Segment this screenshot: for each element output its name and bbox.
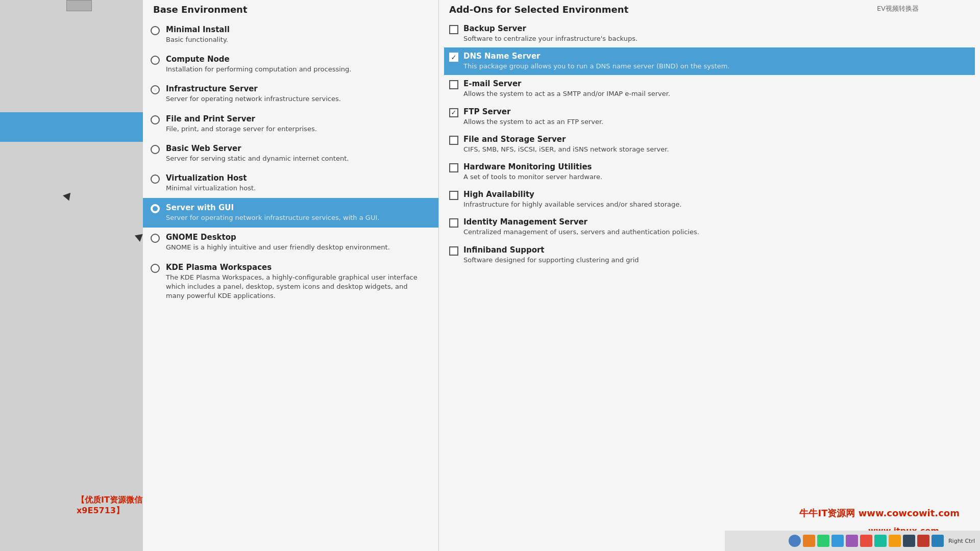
item-title-basic-web: Basic Web Server	[166, 144, 428, 153]
item-title-file-print: File and Print Server	[166, 114, 428, 123]
item-text-virtualization: Virtualization Host Minimal virtualizati…	[166, 173, 428, 193]
taskbar-icon-8[interactable]	[889, 535, 901, 547]
addon-text-identity: Identity Management Server Centralized m…	[463, 217, 970, 237]
radio-compute	[151, 56, 160, 65]
addon-title-file-storage: File and Storage Server	[463, 135, 970, 144]
radio-gnome	[151, 234, 160, 243]
addon-text-email: E-mail Server Allows the system to act a…	[463, 79, 970, 98]
radio-server-gui	[151, 204, 160, 213]
addon-desc-identity: Centralized management of users, servers…	[463, 228, 970, 237]
checkbox-infiniband[interactable]	[449, 246, 458, 256]
radio-file-print	[151, 115, 160, 124]
main-layout: 【优质IT资源微信x9E5713】 Base Environment Minim…	[0, 0, 980, 551]
item-text-compute: Compute Node Installation for performing…	[166, 55, 428, 74]
taskbar-icon-5[interactable]	[846, 535, 858, 547]
checkbox-identity[interactable]	[449, 218, 458, 228]
base-environment-panel: Base Environment Minimal Install Basic f…	[143, 0, 439, 551]
addon-text-dns: DNS Name Server This package group allow…	[463, 52, 970, 71]
taskbar-icon-3[interactable]	[817, 535, 829, 547]
item-desc-infrastructure: Server for operating network infrastruct…	[166, 94, 428, 104]
item-text-gnome: GNOME Desktop GNOME is a highly intuitiv…	[166, 233, 428, 252]
watermark-left: 【优质IT资源微信x9E5713】	[77, 495, 143, 516]
item-title-server-gui: Server with GUI	[166, 203, 428, 212]
addon-title-hardware-monitoring: Hardware Monitoring Utilities	[463, 162, 970, 171]
addon-desc-ftp: Allows the system to act as an FTP serve…	[463, 117, 970, 127]
cursor-arrow-1	[63, 193, 73, 203]
radio-kde	[151, 264, 160, 273]
addon-text-backup: Backup Server Software to centralize you…	[463, 24, 970, 43]
base-env-item-virtualization[interactable]: Virtualization Host Minimal virtualizati…	[143, 168, 438, 198]
radio-virtualization	[151, 174, 160, 184]
sidebar-top-widget	[66, 0, 92, 11]
addon-item-email[interactable]: E-mail Server Allows the system to act a…	[444, 75, 975, 103]
radio-minimal	[151, 26, 160, 35]
item-text-basic-web: Basic Web Server Server for serving stat…	[166, 144, 428, 163]
taskbar-icon-10[interactable]	[917, 535, 929, 547]
item-desc-basic-web: Server for serving static and dynamic in…	[166, 154, 428, 163]
checkbox-high-availability[interactable]	[449, 191, 458, 200]
taskbar-icon-11[interactable]	[932, 535, 944, 547]
addon-item-high-availability[interactable]: High Availability Infrastructure for hig…	[444, 186, 975, 213]
addon-item-identity[interactable]: Identity Management Server Centralized m…	[444, 213, 975, 241]
item-title-gnome: GNOME Desktop	[166, 233, 428, 242]
taskbar-icon-7[interactable]	[874, 535, 887, 547]
base-env-item-infrastructure[interactable]: Infrastructure Server Server for operati…	[143, 79, 438, 109]
item-title-minimal: Minimal Install	[166, 25, 428, 34]
taskbar-icon-9[interactable]	[903, 535, 915, 547]
item-text-kde: KDE Plasma Workspaces The KDE Plasma Wor…	[166, 263, 428, 301]
base-env-item-kde[interactable]: KDE Plasma Workspaces The KDE Plasma Wor…	[143, 258, 438, 306]
addon-title-backup: Backup Server	[463, 24, 970, 33]
addon-title-high-availability: High Availability	[463, 190, 970, 199]
addon-item-dns[interactable]: ✓ DNS Name Server This package group all…	[444, 47, 975, 75]
addon-desc-high-availability: Infrastructure for highly available serv…	[463, 200, 970, 209]
taskbar-icon-2[interactable]	[803, 535, 815, 547]
right-ctrl-label: Right Ctrl	[948, 538, 975, 544]
base-env-item-compute[interactable]: Compute Node Installation for performing…	[143, 49, 438, 79]
addon-item-file-storage[interactable]: File and Storage Server CIFS, SMB, NFS, …	[444, 131, 975, 158]
item-desc-compute: Installation for performing computation …	[166, 65, 428, 74]
radio-basic-web	[151, 145, 160, 154]
item-text-server-gui: Server with GUI Server for operating net…	[166, 203, 428, 222]
checkbox-hardware-monitoring[interactable]	[449, 163, 458, 172]
addon-text-hardware-monitoring: Hardware Monitoring Utilities A set of t…	[463, 162, 970, 182]
item-desc-gnome: GNOME is a highly intuitive and user fri…	[166, 243, 428, 252]
base-env-list: Minimal Install Basic functionality. Com…	[143, 20, 438, 306]
addon-item-hardware-monitoring[interactable]: Hardware Monitoring Utilities A set of t…	[444, 158, 975, 186]
checkbox-backup[interactable]	[449, 25, 458, 34]
right-area: Base Environment Minimal Install Basic f…	[143, 0, 980, 551]
addon-text-file-storage: File and Storage Server CIFS, SMB, NFS, …	[463, 135, 970, 154]
checkbox-email[interactable]	[449, 80, 458, 89]
taskbar-icon-1[interactable]	[789, 535, 801, 547]
addon-text-infiniband: Infiniband Support Software designed for…	[463, 245, 970, 265]
checkbox-file-storage[interactable]	[449, 136, 458, 145]
item-desc-server-gui: Server for operating network infrastruct…	[166, 213, 428, 222]
addon-item-backup[interactable]: Backup Server Software to centralize you…	[444, 20, 975, 47]
addon-title-identity: Identity Management Server	[463, 217, 970, 227]
base-env-item-minimal[interactable]: Minimal Install Basic functionality.	[143, 20, 438, 49]
taskbar-icon-4[interactable]	[831, 535, 844, 547]
addon-title-infiniband: Infiniband Support	[463, 245, 970, 255]
watermark-right: 牛牛IT资源网 www.cowcowit.com	[799, 507, 960, 519]
addon-title-email: E-mail Server	[463, 79, 970, 88]
addon-item-infiniband[interactable]: Infiniband Support Software designed for…	[444, 241, 975, 269]
checkbox-ftp[interactable]: ✓	[449, 108, 458, 117]
base-env-item-gnome[interactable]: GNOME Desktop GNOME is a highly intuitiv…	[143, 228, 438, 257]
item-desc-minimal: Basic functionality.	[166, 35, 428, 44]
item-title-kde: KDE Plasma Workspaces	[166, 263, 428, 272]
addons-list: Backup Server Software to centralize you…	[439, 20, 980, 269]
base-env-item-basic-web[interactable]: Basic Web Server Server for serving stat…	[143, 139, 438, 168]
cursor-arrow-2	[135, 234, 144, 243]
base-env-item-file-print[interactable]: File and Print Server File, print, and s…	[143, 109, 438, 139]
blue-highlight-bar	[0, 112, 143, 142]
taskbar: Right Ctrl	[725, 531, 980, 551]
base-env-item-server-gui[interactable]: Server with GUI Server for operating net…	[143, 198, 438, 228]
checkbox-dns[interactable]: ✓	[449, 53, 458, 62]
addon-desc-hardware-monitoring: A set of tools to monitor server hardwar…	[463, 172, 970, 182]
taskbar-icon-6[interactable]	[860, 535, 872, 547]
addon-title-dns: DNS Name Server	[463, 52, 970, 61]
addon-desc-email: Allows the system to act as a SMTP and/o…	[463, 89, 970, 98]
addon-desc-backup: Software to centralize your infrastructu…	[463, 34, 970, 43]
item-title-virtualization: Virtualization Host	[166, 173, 428, 183]
base-env-header: Base Environment	[143, 0, 438, 20]
addon-item-ftp[interactable]: ✓ FTP Server Allows the system to act as…	[444, 103, 975, 131]
